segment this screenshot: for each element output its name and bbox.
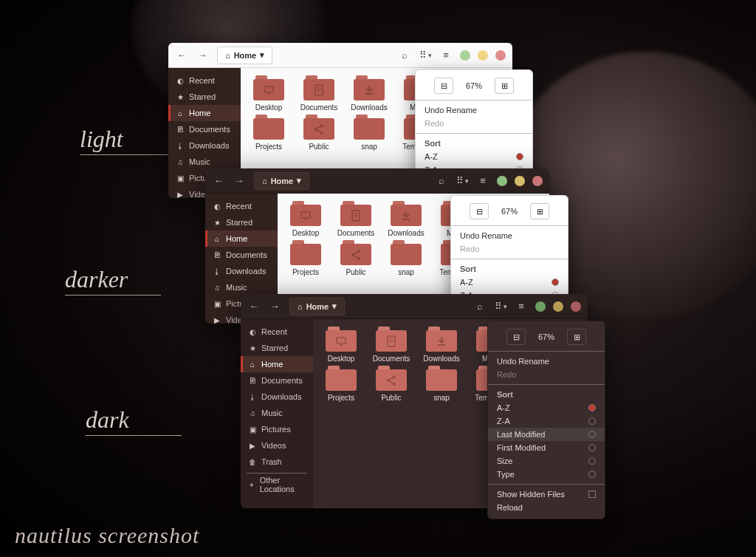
sidebar-item-trash[interactable]: 🗑Trash: [241, 454, 313, 470]
folder-downloads[interactable]: Downloads: [382, 201, 430, 237]
folder-downloads[interactable]: Downloads: [418, 327, 465, 363]
sidebar-item-home[interactable]: ⌂Home: [168, 105, 241, 121]
window-close[interactable]: [532, 176, 543, 186]
folder-public[interactable]: Public: [368, 366, 415, 402]
menu-sort-size[interactable]: Size: [488, 454, 605, 468]
folder-public[interactable]: Public: [332, 240, 379, 276]
window-maximize[interactable]: [553, 301, 563, 312]
search-button[interactable]: ⌕: [433, 172, 450, 190]
path-bar[interactable]: ⌂ Home ▾: [289, 298, 345, 315]
sidebar-item-starred[interactable]: ★Starred: [241, 340, 313, 356]
menu-sort-a-z[interactable]: A-Z: [451, 276, 568, 289]
search-icon: ⌕: [439, 175, 444, 186]
sidebar-item-home[interactable]: ⌂Home: [241, 356, 313, 372]
window-close[interactable]: [495, 50, 506, 61]
back-button[interactable]: ←: [173, 47, 190, 64]
menu-sort-z-a[interactable]: Z-A: [488, 414, 605, 428]
menu-undo[interactable]: Undo Rename: [416, 103, 532, 117]
sidebar-item-other-locations[interactable]: +Other Locations: [241, 476, 313, 493]
hamburger-menu[interactable]: ≡: [474, 172, 492, 190]
menu-show-hidden[interactable]: Show Hidden Files: [488, 488, 605, 501]
documents-icon: 🖹: [248, 377, 257, 385]
sidebar-item-documents[interactable]: 🖹Documents: [168, 121, 241, 137]
sidebar-item-downloads[interactable]: ⭳Downloads: [168, 137, 241, 154]
menu-reload[interactable]: Reload: [488, 501, 605, 514]
zoom-in-button[interactable]: ⊞: [495, 78, 514, 94]
folder-desktop[interactable]: Desktop: [245, 75, 292, 112]
forward-button[interactable]: →: [230, 172, 248, 190]
sidebar-item-music[interactable]: ♫Music: [205, 279, 278, 295]
folder-icon: [426, 366, 457, 391]
back-button[interactable]: ←: [245, 298, 263, 315]
trash-icon: 🗑: [248, 458, 257, 466]
window-maximize[interactable]: [515, 176, 525, 186]
folder-documents[interactable]: Documents: [368, 327, 415, 363]
hamburger-menu[interactable]: ≡: [437, 47, 455, 64]
zoom-out-button[interactable]: ⊟: [506, 329, 526, 345]
folder-documents[interactable]: Documents: [295, 75, 343, 112]
window-minimize[interactable]: [460, 50, 470, 61]
menu-undo[interactable]: Undo Rename: [488, 355, 605, 368]
folder-projects[interactable]: Projects: [282, 240, 329, 276]
window-maximize[interactable]: [478, 50, 488, 61]
menu-sort-last-modified[interactable]: Last Modified: [488, 428, 605, 441]
sidebar-item-music[interactable]: ♫Music: [168, 154, 241, 170]
zoom-in-button[interactable]: ⊞: [567, 329, 586, 345]
chevron-down-icon: ▾: [428, 52, 432, 59]
sidebar-item-documents[interactable]: 🖹Documents: [241, 372, 313, 389]
sidebar-item-pictures[interactable]: ▣Pictures: [241, 421, 313, 437]
folder-snap[interactable]: snap: [382, 240, 430, 276]
window-minimize[interactable]: [497, 176, 507, 186]
path-bar[interactable]: ⌂ Home ▾: [254, 172, 309, 190]
folder-public[interactable]: Public: [295, 115, 343, 151]
sidebar-item-starred[interactable]: ★Starred: [205, 214, 278, 230]
folder-desktop[interactable]: Desktop: [317, 327, 365, 363]
folder-documents[interactable]: Documents: [332, 201, 379, 237]
sidebar-item-documents[interactable]: 🖹Documents: [205, 247, 278, 263]
menu-sort-a-z[interactable]: A-Z: [488, 401, 605, 414]
zoom-out-button[interactable]: ⊟: [434, 78, 453, 94]
view-switcher[interactable]: ⠿▾: [453, 172, 471, 190]
sidebar-item-home[interactable]: ⌂Home: [205, 230, 278, 247]
forward-button[interactable]: →: [266, 298, 284, 315]
menu-sort-type[interactable]: Type: [488, 468, 605, 481]
folder-icon: [303, 75, 334, 100]
forward-button[interactable]: →: [193, 47, 211, 64]
folder-downloads[interactable]: Downloads: [346, 75, 393, 112]
menu-sort-a-z[interactable]: A-Z: [416, 150, 532, 163]
search-button[interactable]: ⌕: [471, 298, 489, 315]
folder-snap[interactable]: snap: [346, 115, 393, 151]
search-button[interactable]: ⌕: [396, 47, 413, 64]
sidebar-item-music[interactable]: ♫Music: [241, 405, 313, 421]
sidebar-item-recent[interactable]: ◐Recent: [205, 198, 278, 214]
chevron-down-icon: ▾: [297, 176, 301, 185]
sidebar-item-downloads[interactable]: ⭳Downloads: [241, 389, 313, 405]
menu-undo[interactable]: Undo Rename: [451, 229, 568, 242]
folder-label: Desktop: [328, 355, 355, 363]
back-button[interactable]: ←: [210, 172, 227, 190]
view-switcher[interactable]: ⠿▾: [492, 298, 509, 315]
zoom-out-button[interactable]: ⊟: [470, 203, 489, 219]
folder-projects[interactable]: Projects: [245, 115, 292, 151]
sidebar-item-recent[interactable]: ◐Recent: [168, 72, 241, 89]
sidebar-item-videos[interactable]: ▶Videos: [241, 437, 313, 454]
folder-label: Downloads: [388, 229, 424, 237]
path-bar[interactable]: ⌂ Home ▾: [217, 47, 272, 64]
chevron-down-icon: ▾: [260, 50, 264, 60]
sidebar-item-recent[interactable]: ◐Recent: [241, 324, 313, 340]
window-minimize[interactable]: [535, 301, 546, 312]
radio-icon: [551, 278, 559, 286]
theme-label-light: light: [80, 126, 176, 155]
sidebar-item-starred[interactable]: ★Starred: [168, 89, 241, 105]
sidebar-item-downloads[interactable]: ⭳Downloads: [205, 263, 278, 279]
view-switcher[interactable]: ⠿▾: [416, 47, 434, 64]
hamburger-menu[interactable]: ≡: [512, 298, 530, 315]
window-close[interactable]: [571, 301, 581, 312]
zoom-in-button[interactable]: ⊞: [530, 203, 549, 219]
menu-sort-first-modified[interactable]: First Modified: [488, 441, 605, 454]
home-icon: ⌂: [248, 360, 257, 369]
folder-projects[interactable]: Projects: [317, 366, 365, 402]
folder-desktop[interactable]: Desktop: [282, 201, 329, 237]
folder-snap[interactable]: snap: [418, 366, 465, 402]
theme-label-dark: dark: [86, 406, 182, 436]
